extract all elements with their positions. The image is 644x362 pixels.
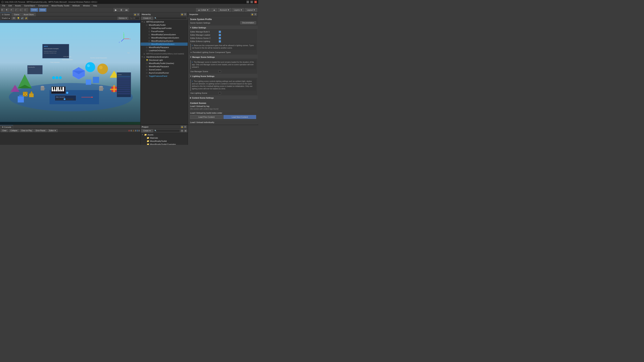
- collapse-button[interactable]: Collapse: [9, 129, 19, 132]
- editor-dropdown[interactable]: Editor ▼: [48, 129, 58, 132]
- tab-asset-store[interactable]: Asset Store: [22, 12, 36, 16]
- hierarchy-item-mrtkexampleshubmainmenu[interactable]: ◎MRTKExamplesHubMainMenu (not loaded): [141, 52, 188, 55]
- hierarchy-lock-btn[interactable]: 🔒: [180, 13, 184, 16]
- audio-button[interactable]: 🔊: [21, 17, 24, 20]
- collab-button[interactable]: ☁ Collab ▼: [196, 8, 210, 12]
- toolbar-hand-tool[interactable]: ☰: [1, 8, 5, 12]
- layers-button[interactable]: Layers ▼: [232, 8, 244, 12]
- menu-msbuild[interactable]: MSBuild: [71, 4, 81, 7]
- menu-edit[interactable]: Edit: [7, 4, 13, 7]
- project-folder-1[interactable]: 📁Materials: [141, 136, 187, 139]
- layout-button[interactable]: Layout ▼: [245, 8, 257, 12]
- play-button[interactable]: ▶: [114, 8, 118, 12]
- enforce-lighting-checkbox[interactable]: [219, 40, 221, 42]
- gizmos-dropdown[interactable]: Gizmos ▼: [118, 17, 128, 20]
- close-button[interactable]: ✕: [254, 1, 257, 3]
- manage-build-checkbox[interactable]: [219, 31, 221, 33]
- inspector-lock-btn[interactable]: 🔒: [251, 13, 254, 16]
- tab-console[interactable]: ⊞ Console: [0, 125, 13, 129]
- documentation-button[interactable]: Documentation: [240, 21, 256, 24]
- hierarchy-item-mixedrealitycamerasystem[interactable]: ⬡MixedRealityCameraSystem: [141, 33, 188, 36]
- tab-scene[interactable]: ◎ Scene: [0, 12, 12, 16]
- menu-window[interactable]: Window: [82, 4, 91, 7]
- project-folder-0[interactable]: ▼📁Assets: [141, 133, 187, 136]
- step-button[interactable]: ⏭: [124, 8, 129, 12]
- toolbar-center-btn[interactable]: Center: [30, 8, 38, 12]
- project-icon-view-btn[interactable]: ⊞: [184, 129, 187, 132]
- menu-gameobject[interactable]: GameObject: [23, 4, 36, 7]
- inspector-menu-btn[interactable]: ☰: [254, 13, 257, 16]
- menu-mrtk[interactable]: Mixed Reality Toolkit: [50, 4, 70, 7]
- scene-tabs: ◎ Scene Game Asset Store 🔒 ☰: [0, 12, 140, 16]
- project-menu-btn[interactable]: ☰: [184, 125, 186, 128]
- project-folder-2[interactable]: 📁MixedRealityToolkit: [141, 139, 187, 143]
- folder-icon-0: 📁: [144, 133, 147, 136]
- hierarchy-menu-btn[interactable]: ☰: [184, 13, 186, 16]
- lighting-scene-header[interactable]: ▼ Lighting Scene Settings: [189, 74, 257, 78]
- project-list-view-btn[interactable]: ☰: [180, 129, 184, 132]
- hierarchy-item-asynccoroutinerunner[interactable]: ⬡AsyncCoroutineRunner: [141, 71, 188, 74]
- scene-menu-button[interactable]: ☰: [137, 13, 140, 16]
- project-lock-btn[interactable]: 🔒: [180, 125, 184, 128]
- menu-component[interactable]: Component: [37, 4, 50, 7]
- menu-assets[interactable]: Assets: [14, 4, 22, 7]
- manager-scene-header[interactable]: ▼ Manager Scene Settings: [189, 55, 257, 59]
- lighting-button[interactable]: 💡: [17, 17, 20, 20]
- folder-label-1: Materials: [150, 137, 158, 139]
- hierarchy-item-directionallight[interactable]: 💡Directional Light: [141, 58, 188, 62]
- menu-help[interactable]: Help: [92, 4, 98, 7]
- content-list-header[interactable]: HandInteractionExamples: [190, 124, 257, 125]
- hierarchy-create-btn[interactable]: Create ▼: [141, 17, 153, 20]
- permitted-lighting-header[interactable]: ▶ Permitted Lighting Scene Component Typ…: [190, 51, 256, 54]
- clear-on-play-button[interactable]: Clear on Play: [20, 129, 34, 132]
- hier-label-mixedreality_inactive: MixedRealityToolkit (Inactive): [149, 62, 174, 64]
- cloud-button[interactable]: ☁: [211, 8, 217, 12]
- hierarchy-item-mixedrealityplayspace[interactable]: ⬡MixedRealityPlayspace: [141, 46, 188, 49]
- hierarchy-search[interactable]: [154, 17, 187, 20]
- error-pause-button[interactable]: Error Pause: [34, 129, 47, 132]
- 2d-button[interactable]: 2D: [12, 17, 16, 20]
- pause-button[interactable]: ⏸: [119, 8, 124, 12]
- load-prev-button[interactable]: Load Prev Content: [190, 115, 223, 119]
- use-manager-checkbox[interactable]: [219, 70, 221, 73]
- use-lighting-checkbox[interactable]: [219, 92, 221, 94]
- toolbar-transform-tool[interactable]: ⬡: [24, 8, 28, 12]
- hierarchy-item-defaultraycastprovider[interactable]: ⬡DefaultRaycastProvider: [141, 26, 188, 30]
- manage-loaded-checkbox[interactable]: [219, 34, 221, 36]
- toolbar-rotate-tool[interactable]: ↺: [10, 8, 14, 12]
- hierarchy-item-handinteractionexamples[interactable]: ▼◎HandInteractionExamples: [141, 55, 188, 58]
- hierarchy-item-loadhubonstartup[interactable]: ⬡LoadHubOnStartup: [141, 49, 188, 52]
- hierarchy-item-mixedrealityscenesystem[interactable]: ⬡MixedRealitySceneSystem: [141, 42, 188, 46]
- scene-search[interactable]: [129, 17, 140, 20]
- hierarchy-item-mrtkexampleshub[interactable]: ▼◎MRTKExamplesHub: [141, 20, 188, 23]
- hierarchy-item-focusprovider[interactable]: ⬡FocusProvider: [141, 30, 188, 33]
- shaded-dropdown[interactable]: Shaded: [1, 17, 11, 20]
- fx-button[interactable]: ✨: [25, 17, 28, 20]
- hierarchy-item-mixedreality_inactive[interactable]: ⬡MixedRealityToolkit (Inactive): [141, 62, 188, 65]
- hierarchy-item-mixedrealitytoolkit[interactable]: ⬡MixedRealityToolkit: [141, 23, 188, 26]
- tab-game[interactable]: Game: [12, 12, 21, 16]
- load-next-button[interactable]: Load Next Content: [224, 115, 256, 119]
- toolbar-global-btn[interactable]: Global: [39, 8, 46, 12]
- toolbar-rect-tool[interactable]: ▭: [20, 8, 24, 12]
- scene-lock-button[interactable]: 🔒: [134, 13, 136, 16]
- toolbar-scale-tool[interactable]: ⤢: [15, 8, 19, 12]
- inspector-title: Inspector: [190, 13, 198, 15]
- content-scene-header[interactable]: ▶ Content Scene Settings: [189, 96, 257, 100]
- enforce-scene-checkbox[interactable]: [219, 37, 221, 39]
- hierarchy-item-mixedrealitydiagnosticssystem[interactable]: ⬡MixedRealityDiagnosticsSystem: [141, 36, 188, 39]
- project-create-btn[interactable]: Create ▼: [141, 129, 153, 132]
- project-search[interactable]: [154, 129, 180, 132]
- hierarchy-item-togglefeaturespanel[interactable]: ⬡ToggleFeaturesPanel: [141, 74, 188, 78]
- toolbar-move-tool[interactable]: ✥: [6, 8, 10, 12]
- clear-button[interactable]: Clear: [1, 129, 8, 132]
- editor-settings-header[interactable]: ▼ Editor Settings: [189, 26, 257, 29]
- menu-file[interactable]: File: [1, 4, 7, 7]
- hierarchy-item-mixedrealityinputsystem[interactable]: ⬡MixedRealityInputSystem: [141, 39, 188, 42]
- minimize-button[interactable]: ─: [246, 1, 249, 3]
- project-folder-3[interactable]: 📁MixedRealityToolkit.Examples: [141, 143, 187, 145]
- hierarchy-item-scenecontent[interactable]: ⬡SceneContent: [141, 68, 188, 71]
- maximize-button[interactable]: □: [250, 1, 253, 3]
- hierarchy-item-mixedrealityplayspace2[interactable]: ⬡MixedRealityPlayspace: [141, 65, 188, 68]
- account-button[interactable]: Account ▼: [218, 8, 231, 12]
